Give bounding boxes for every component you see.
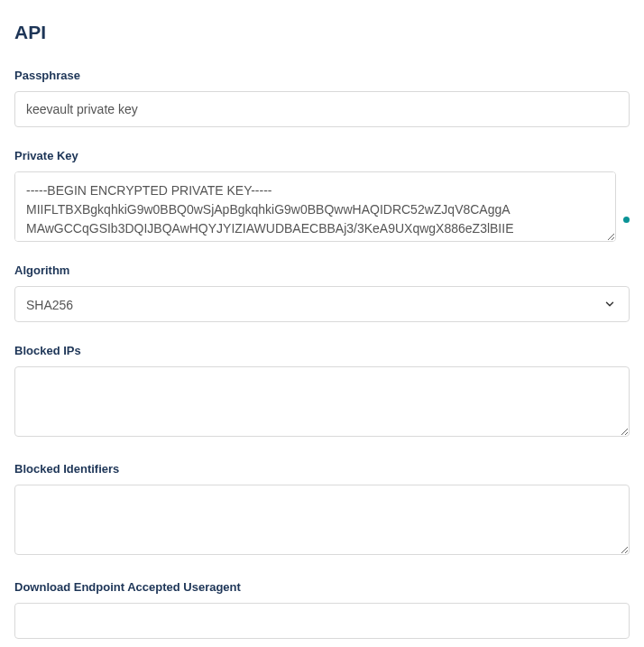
status-dot-icon (623, 217, 630, 223)
algorithm-label: Algorithm (14, 263, 630, 277)
blocked-ips-field: Blocked IPs (14, 344, 630, 440)
algorithm-select[interactable]: SHA256 (14, 286, 630, 322)
blocked-identifiers-textarea[interactable] (14, 485, 630, 555)
private-key-textarea[interactable] (14, 171, 616, 242)
download-useragent-input[interactable] (14, 603, 630, 639)
page-title: API (14, 22, 630, 43)
download-useragent-field: Download Endpoint Accepted Useragent (14, 580, 630, 639)
download-useragent-label: Download Endpoint Accepted Useragent (14, 580, 630, 594)
blocked-ips-textarea[interactable] (14, 366, 630, 437)
private-key-field: Private Key (14, 149, 630, 242)
passphrase-input[interactable] (14, 91, 630, 127)
algorithm-field: Algorithm SHA256 (14, 263, 630, 322)
blocked-identifiers-label: Blocked Identifiers (14, 462, 630, 476)
passphrase-label: Passphrase (14, 69, 630, 82)
blocked-ips-label: Blocked IPs (14, 344, 630, 357)
passphrase-field: Passphrase (14, 69, 630, 127)
private-key-label: Private Key (14, 149, 630, 162)
blocked-identifiers-field: Blocked Identifiers (14, 462, 630, 559)
algorithm-selected-value: SHA256 (15, 287, 629, 321)
